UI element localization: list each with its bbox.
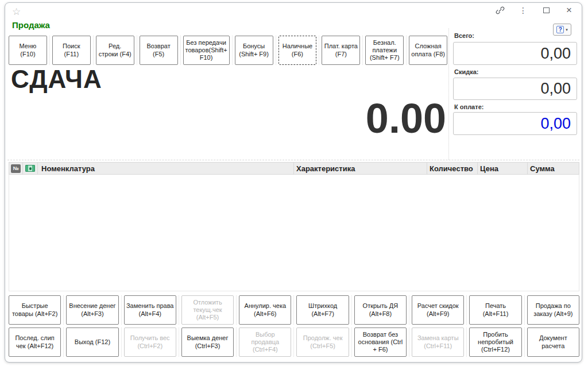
continue-receipt-button: Продолж. чек (Ctrl+F5) <box>296 328 349 357</box>
sale-by-order-button[interactable]: Продажа по заказу (Alt+9) <box>527 295 579 325</box>
link-icon[interactable] <box>496 6 505 15</box>
payment-toolbar: Меню (F10) Поиск (F11) Ред. строки (F4) … <box>9 36 447 65</box>
search-button[interactable]: Поиск (F11) <box>52 36 91 65</box>
payment-card-button[interactable]: Плат. карта (F7) <box>322 36 360 65</box>
edit-row-button[interactable]: Ред. строки (F4) <box>96 36 134 65</box>
punch-unpunched-button[interactable]: Пробить непробитый (Ctrl+F12) <box>469 328 521 357</box>
discount-field[interactable]: 0,00 <box>453 78 577 100</box>
replace-card-button: Замена карты (Ctrl+F11) <box>412 328 464 357</box>
discount-label: Скидка: <box>454 68 478 75</box>
items-table: № Номенклатура Характеристика Количество… <box>9 162 579 291</box>
total-field[interactable]: 0,00 <box>453 42 577 65</box>
cash-column-header <box>23 163 38 174</box>
menu-kebab-icon[interactable]: ⋮ <box>519 6 528 15</box>
amount-due-label: К оплате: <box>454 103 483 110</box>
horizontal-separator <box>7 160 579 160</box>
help-button[interactable]: ? ▾ <box>553 24 571 36</box>
void-receipt-button[interactable]: Аннулир. чека (Alt+F6) <box>239 295 291 325</box>
favorite-star-icon[interactable]: ☆ <box>12 6 21 18</box>
total-label: Всего: <box>454 32 474 39</box>
row-number-column-header: № <box>9 163 23 174</box>
select-seller-button: Выбор продавца (Ctrl+F4) <box>239 328 291 357</box>
last-slip-receipt-button[interactable]: Послед. слип чек (Alt+F12) <box>9 328 61 357</box>
maximize-icon[interactable] <box>541 6 551 15</box>
change-amount: 0.00 <box>177 93 446 144</box>
banknote-icon <box>25 165 35 172</box>
deposit-money-button[interactable]: Внесение денег (Alt+F3) <box>66 295 118 325</box>
return-button[interactable]: Возврат (F5) <box>140 36 178 65</box>
print-button[interactable]: Печать (Alt+F11) <box>469 295 521 325</box>
get-weight-button: Получить вес (Ctrl+F2) <box>124 328 176 357</box>
exit-button[interactable]: Выход (F12) <box>66 328 118 357</box>
app-window: ☆ ⋮ × Продажа ? ▾ Меню (F10) Поиск (F11)… <box>5 2 582 363</box>
amount-due-field[interactable]: 0,00 <box>453 112 577 135</box>
settlement-document-button[interactable]: Документ расчета <box>527 328 579 357</box>
withdraw-money-button[interactable]: Выемка денег (Ctrl+F3) <box>181 328 234 357</box>
change-label: СДАЧА <box>11 65 102 94</box>
cashless-payments-button[interactable]: Безнал. платежи (Shift+ F7) <box>365 36 404 65</box>
vertical-separator <box>448 28 449 160</box>
hold-current-receipt-button: Отложить текущ.чек (Alt+F5) <box>181 295 234 325</box>
barcode-button[interactable]: Штрихкод (Alt+F7) <box>296 295 349 325</box>
calculate-discounts-button[interactable]: Расчет скидок (Alt+F9) <box>412 295 464 325</box>
change-rights-button[interactable]: Заменить права (Alt+F4) <box>124 295 176 325</box>
column-header-sum: Сумма <box>528 163 579 174</box>
actions-row-1: Быстрые товары (Alt+F2) Внесение денег (… <box>9 295 579 325</box>
menu-button[interactable]: Меню (F10) <box>9 36 47 65</box>
items-table-header: № Номенклатура Характеристика Количество… <box>9 162 579 175</box>
column-header-price: Цена <box>478 163 528 174</box>
help-icon: ? <box>556 26 564 33</box>
row-number-icon: № <box>11 164 21 173</box>
titlebar: ☆ ⋮ × <box>5 3 582 20</box>
close-icon[interactable]: × <box>564 6 574 15</box>
open-cash-drawer-button[interactable]: Открыть ДЯ (Alt+F8) <box>354 295 407 325</box>
complex-payment-button[interactable]: Сложная оплата (F8) <box>409 36 447 65</box>
cash-payment-button[interactable]: Наличные (F6) <box>278 36 317 65</box>
items-table-body[interactable] <box>9 175 579 291</box>
chevron-down-icon: ▾ <box>566 28 568 32</box>
column-header-characteristic: Характеристика <box>294 163 427 174</box>
column-header-quantity: Количество <box>427 163 478 174</box>
quick-goods-button[interactable]: Быстрые товары (Alt+F2) <box>9 295 61 325</box>
no-goods-transfer-button[interactable]: Без передачи товаров(Shift+ F10) <box>183 36 230 65</box>
bonuses-button[interactable]: Бонусы (Shift+ F9) <box>235 36 273 65</box>
column-header-nomenclature: Номенклатура <box>38 163 294 174</box>
page-title: Продажа <box>12 20 50 30</box>
actions-row-2: Послед. слип чек (Alt+F12) Выход (F12) П… <box>9 328 579 357</box>
return-without-reason-button[interactable]: Возврат без основания (Ctrl + F6) <box>354 328 407 357</box>
